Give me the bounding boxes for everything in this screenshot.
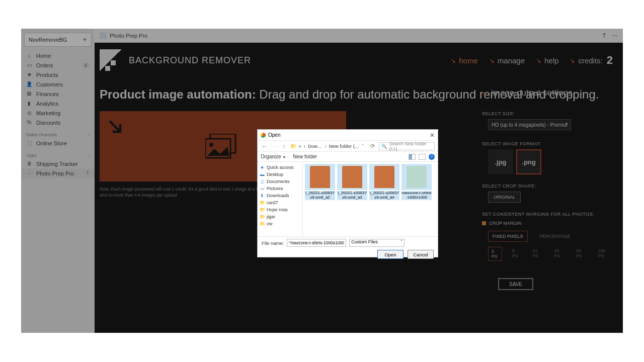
dialog-titlebar: Open ✕: [258, 130, 438, 141]
format-label: SELECT IMAGE FORMAT:: [482, 141, 612, 146]
px-25[interactable]: 25 PX: [551, 247, 567, 261]
file-item[interactable]: I_20221-s20837z8-sm8_a4: [369, 164, 399, 200]
px-10[interactable]: 10 PX: [529, 247, 544, 261]
pin-icon[interactable]: ⤒: [602, 32, 607, 39]
app-icon: [100, 32, 107, 39]
arrow-icon: ↘: [481, 89, 487, 97]
nav-analytics[interactable]: ▮Analytics: [21, 99, 95, 108]
chevron-right-icon[interactable]: ›: [88, 132, 90, 137]
checkbox-icon: [482, 221, 486, 225]
orders-icon: ▭: [26, 62, 32, 68]
tree-jigar[interactable]: 📁jigar: [260, 213, 300, 220]
tree-vsr[interactable]: 📁vsr: [260, 220, 300, 227]
nav-credits[interactable]: ↘credits:2: [570, 54, 613, 67]
file-open-dialog: Open ✕ ← → ↑ 📁 «› Dow…› New folder (…˅ ⟳…: [257, 129, 438, 257]
cancel-button[interactable]: Cancel: [408, 250, 434, 259]
hero-title-bold: Product image automation:: [100, 87, 256, 101]
chevron-right-icon[interactable]: ›: [88, 153, 90, 158]
new-folder-button[interactable]: New folder: [293, 154, 317, 159]
view-details-button[interactable]: [419, 154, 426, 160]
tree-quick-access[interactable]: ★Quick access: [260, 164, 300, 171]
credits-count: 2: [607, 54, 613, 67]
tree-documents[interactable]: ▯Documents: [260, 178, 300, 185]
store-selector[interactable]: NovRemoveBG ▼: [24, 33, 92, 47]
format-jpg[interactable]: .jpg: [488, 149, 513, 174]
file-name: I_20221-s20837z8-sm8_a2: [305, 191, 335, 200]
size-select[interactable]: HD (up to 4 megapixels) - Premium: [488, 119, 571, 130]
view-icons-button[interactable]: [409, 154, 416, 160]
nav-orders[interactable]: ▭Orders2: [21, 60, 95, 70]
folder-icon: 📁: [260, 207, 265, 212]
nav-label: Shipping Tracker: [36, 161, 78, 167]
close-icon[interactable]: ✕: [430, 132, 435, 139]
tshirt-thumb-icon: [342, 166, 362, 188]
tree-card7[interactable]: 📁card7: [260, 199, 300, 206]
px-50[interactable]: 50 PX: [573, 247, 588, 261]
home-icon: ⌂: [26, 53, 32, 58]
folder-icon: 📁: [260, 200, 265, 205]
tab-percentage[interactable]: PERCENTAGE: [536, 231, 575, 241]
arrow-icon: ↘: [450, 57, 456, 64]
tree-pictures[interactable]: ▭Pictures: [260, 185, 300, 192]
search-input[interactable]: 🔍Search New folder (11): [379, 142, 435, 150]
panel-title: ↘image output settings: [481, 88, 612, 98]
help-icon[interactable]: ?: [429, 154, 435, 160]
nav-label: Orders: [36, 62, 53, 68]
margin-label: SET CONSISTENT MARGINS FOR ALL PHOTOS:: [482, 212, 612, 217]
nav-home[interactable]: ⌂Home: [21, 51, 95, 60]
nav-manage[interactable]: ↘manage: [489, 56, 525, 65]
tshirt-thumb-icon: [407, 166, 427, 188]
file-item[interactable]: maxzone-t-shirts-1000x1000: [401, 164, 432, 200]
crop-margin-toggle[interactable]: CROP MARGIN: [482, 221, 612, 226]
settings-panel: ↘image output settings SELECT SIZE: HD (…: [482, 78, 623, 290]
tshirt-thumb-icon: [310, 166, 330, 188]
px-5[interactable]: 5 PX: [509, 247, 522, 261]
crop-label: SELECT CROP SHAPE:: [482, 184, 612, 189]
tab-fixed-pixels[interactable]: FIXED PIXELS: [488, 231, 528, 242]
save-button[interactable]: SAVE: [498, 278, 533, 290]
tree-hope[interactable]: 📁Hope rosa: [260, 206, 300, 213]
organize-menu[interactable]: Organize ▼: [261, 154, 286, 159]
admin-sidebar: NovRemoveBG ▼ ⌂Home ▭Orders2 ❖Products 👤…: [21, 29, 95, 333]
up-icon[interactable]: ↑: [282, 143, 287, 149]
nav-shipping-tracker[interactable]: ≣Shipping Tracker: [21, 159, 95, 168]
nav-online-store[interactable]: ⬚Online Store: [21, 138, 95, 148]
open-button[interactable]: Open: [377, 250, 404, 259]
breadcrumb[interactable]: 📁 «› Dow…› New folder (…˅: [290, 143, 365, 149]
nav-help[interactable]: ↘help: [536, 56, 558, 65]
nav-label: Finances: [36, 91, 59, 97]
crop-original[interactable]: ORIGINAL: [488, 192, 521, 203]
nav-products[interactable]: ❖Products: [21, 70, 95, 79]
nav-discounts[interactable]: %Discounts: [21, 118, 95, 127]
nav-label: Analytics: [36, 101, 58, 107]
nav-customers[interactable]: 👤Customers: [21, 79, 95, 89]
tree-downloads[interactable]: ⬇Downloads: [260, 192, 300, 199]
dialog-footer: File name: Custom Files˅ Open Cancel: [258, 236, 438, 257]
bank-icon: 🏛: [26, 91, 32, 97]
app-brand: BACKGROUND REMOVER: [129, 55, 251, 66]
file-item[interactable]: I_20221-s20837z8-sm8_a3: [337, 164, 367, 200]
percent-icon: %: [26, 120, 32, 125]
forward-icon[interactable]: →: [271, 143, 279, 149]
folder-icon: 📁: [290, 143, 297, 149]
back-icon[interactable]: ←: [261, 143, 268, 149]
tree-desktop[interactable]: ▬Desktop: [260, 171, 300, 178]
nav-home[interactable]: ↘home: [450, 56, 478, 65]
chrome-icon: [261, 133, 266, 138]
folder-icon: 📁: [260, 214, 265, 219]
refresh-icon[interactable]: ⟳: [369, 143, 376, 149]
nav-finances[interactable]: 🏛Finances: [21, 89, 95, 99]
nav-photo-prep-pro[interactable]: ▫Photo Prep Pro⤒: [21, 168, 95, 178]
nav-marketing[interactable]: ◎Marketing: [21, 108, 95, 118]
format-png[interactable]: .png: [516, 149, 541, 174]
chevron-down-icon: ▼: [83, 37, 87, 42]
px-0[interactable]: 0 PX: [488, 247, 502, 261]
filetype-select[interactable]: Custom Files˅: [349, 239, 405, 247]
file-item[interactable]: I_20221-s20837z8-sm8_a2: [305, 164, 335, 200]
arrow-icon: ↘: [570, 57, 575, 64]
filename-input[interactable]: [287, 239, 346, 247]
tshirt-thumb-icon: [374, 166, 394, 188]
more-icon[interactable]: ⋯: [612, 32, 618, 39]
px-100[interactable]: 100 PX: [595, 247, 612, 261]
pin-icon[interactable]: ⤒: [86, 170, 90, 176]
